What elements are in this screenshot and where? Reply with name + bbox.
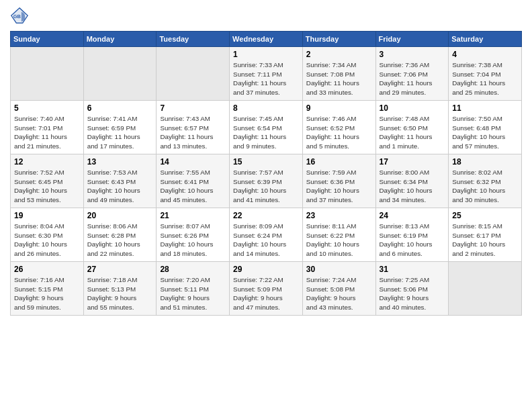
calendar-cell: 11Sunrise: 7:50 AM Sunset: 6:48 PM Dayli… (449, 101, 522, 154)
calendar-cell: 10Sunrise: 7:48 AM Sunset: 6:50 PM Dayli… (375, 101, 449, 154)
calendar-cell: 20Sunrise: 8:06 AM Sunset: 6:28 PM Dayli… (83, 208, 157, 262)
day-info: Sunrise: 7:22 AM Sunset: 5:09 PM Dayligh… (233, 275, 299, 312)
calendar-week-1: 1Sunrise: 7:33 AM Sunset: 7:11 PM Daylig… (11, 47, 522, 101)
day-number: 3 (380, 50, 445, 59)
day-info: Sunrise: 7:57 AM Sunset: 6:39 PM Dayligh… (233, 168, 299, 205)
day-number: 22 (233, 211, 299, 220)
day-info: Sunrise: 7:34 AM Sunset: 7:08 PM Dayligh… (306, 60, 372, 97)
calendar-cell: 16Sunrise: 7:59 AM Sunset: 6:36 PM Dayli… (302, 154, 375, 208)
day-number: 23 (306, 211, 372, 220)
calendar-cell: 9Sunrise: 7:46 AM Sunset: 6:52 PM Daylig… (302, 101, 375, 154)
calendar-cell: 24Sunrise: 8:13 AM Sunset: 6:19 PM Dayli… (375, 208, 449, 262)
calendar-cell: 12Sunrise: 7:52 AM Sunset: 6:45 PM Dayli… (11, 154, 84, 208)
calendar-cell: 25Sunrise: 8:15 AM Sunset: 6:17 PM Dayli… (449, 208, 522, 262)
day-number: 4 (452, 50, 518, 59)
calendar-cell: 8Sunrise: 7:45 AM Sunset: 6:54 PM Daylig… (230, 101, 303, 154)
page-header: GB (10, 7, 522, 26)
day-info: Sunrise: 7:45 AM Sunset: 6:54 PM Dayligh… (233, 114, 299, 151)
day-info: Sunrise: 7:43 AM Sunset: 6:57 PM Dayligh… (160, 114, 226, 151)
day-number: 9 (306, 103, 372, 113)
calendar-cell: 26Sunrise: 7:16 AM Sunset: 5:15 PM Dayli… (11, 262, 84, 316)
day-number: 29 (233, 265, 299, 274)
calendar-cell: 6Sunrise: 7:41 AM Sunset: 6:59 PM Daylig… (83, 101, 157, 154)
calendar-cell (11, 47, 84, 101)
day-info: Sunrise: 7:36 AM Sunset: 7:06 PM Dayligh… (380, 60, 445, 97)
calendar-cell: 31Sunrise: 7:25 AM Sunset: 5:06 PM Dayli… (375, 262, 449, 316)
day-info: Sunrise: 7:38 AM Sunset: 7:04 PM Dayligh… (452, 60, 518, 97)
calendar-cell: 28Sunrise: 7:20 AM Sunset: 5:11 PM Dayli… (157, 262, 230, 316)
calendar-cell: 2Sunrise: 7:34 AM Sunset: 7:08 PM Daylig… (302, 47, 375, 101)
calendar-week-5: 26Sunrise: 7:16 AM Sunset: 5:15 PM Dayli… (11, 262, 522, 316)
svg-text:GB: GB (13, 13, 21, 19)
day-number: 27 (87, 265, 153, 274)
calendar-week-2: 5Sunrise: 7:40 AM Sunset: 7:01 PM Daylig… (11, 101, 522, 154)
day-info: Sunrise: 7:16 AM Sunset: 5:15 PM Dayligh… (14, 275, 80, 312)
day-info: Sunrise: 8:13 AM Sunset: 6:19 PM Dayligh… (380, 222, 445, 259)
day-info: Sunrise: 7:52 AM Sunset: 6:45 PM Dayligh… (14, 168, 80, 205)
day-number: 11 (452, 103, 518, 113)
day-info: Sunrise: 7:41 AM Sunset: 6:59 PM Dayligh… (87, 114, 153, 151)
calendar-cell: 7Sunrise: 7:43 AM Sunset: 6:57 PM Daylig… (157, 101, 230, 154)
day-number: 26 (14, 265, 80, 274)
day-number: 21 (160, 211, 226, 220)
calendar-cell: 15Sunrise: 7:57 AM Sunset: 6:39 PM Dayli… (230, 154, 303, 208)
day-number: 12 (14, 157, 80, 167)
calendar-cell: 30Sunrise: 7:24 AM Sunset: 5:08 PM Dayli… (302, 262, 375, 316)
header-day-monday: Monday (83, 32, 157, 47)
day-number: 31 (380, 265, 445, 274)
calendar-cell: 4Sunrise: 7:38 AM Sunset: 7:04 PM Daylig… (449, 47, 522, 101)
header-day-sunday: Sunday (11, 32, 84, 47)
calendar-cell: 21Sunrise: 8:07 AM Sunset: 6:26 PM Dayli… (157, 208, 230, 262)
day-info: Sunrise: 8:02 AM Sunset: 6:32 PM Dayligh… (452, 168, 518, 205)
calendar-week-3: 12Sunrise: 7:52 AM Sunset: 6:45 PM Dayli… (11, 154, 522, 208)
header-day-friday: Friday (375, 32, 449, 47)
calendar-cell (157, 47, 230, 101)
day-number: 8 (233, 103, 299, 113)
logo-icon: GB (10, 7, 29, 26)
day-number: 20 (87, 211, 153, 220)
day-number: 25 (452, 211, 518, 220)
day-info: Sunrise: 8:15 AM Sunset: 6:17 PM Dayligh… (452, 222, 518, 259)
day-info: Sunrise: 8:04 AM Sunset: 6:30 PM Dayligh… (14, 222, 80, 259)
day-number: 7 (160, 103, 226, 113)
day-number: 17 (380, 157, 445, 167)
day-info: Sunrise: 8:07 AM Sunset: 6:26 PM Dayligh… (160, 222, 226, 259)
header-day-saturday: Saturday (449, 32, 522, 47)
calendar-cell: 5Sunrise: 7:40 AM Sunset: 7:01 PM Daylig… (11, 101, 84, 154)
day-info: Sunrise: 7:55 AM Sunset: 6:41 PM Dayligh… (160, 168, 226, 205)
day-info: Sunrise: 7:59 AM Sunset: 6:36 PM Dayligh… (306, 168, 372, 205)
calendar-cell: 14Sunrise: 7:55 AM Sunset: 6:41 PM Dayli… (157, 154, 230, 208)
calendar-cell: 23Sunrise: 8:11 AM Sunset: 6:22 PM Dayli… (302, 208, 375, 262)
day-info: Sunrise: 7:33 AM Sunset: 7:11 PM Dayligh… (233, 60, 299, 97)
calendar-cell: 1Sunrise: 7:33 AM Sunset: 7:11 PM Daylig… (230, 47, 303, 101)
calendar-cell: 22Sunrise: 8:09 AM Sunset: 6:24 PM Dayli… (230, 208, 303, 262)
day-info: Sunrise: 7:20 AM Sunset: 5:11 PM Dayligh… (160, 275, 226, 312)
header-day-wednesday: Wednesday (230, 32, 303, 47)
day-number: 10 (380, 103, 445, 113)
day-number: 15 (233, 157, 299, 167)
day-info: Sunrise: 7:46 AM Sunset: 6:52 PM Dayligh… (306, 114, 372, 151)
day-info: Sunrise: 7:24 AM Sunset: 5:08 PM Dayligh… (306, 275, 372, 312)
day-number: 24 (380, 211, 445, 220)
day-info: Sunrise: 8:09 AM Sunset: 6:24 PM Dayligh… (233, 222, 299, 259)
day-info: Sunrise: 7:48 AM Sunset: 6:50 PM Dayligh… (380, 114, 445, 151)
day-info: Sunrise: 7:18 AM Sunset: 5:13 PM Dayligh… (87, 275, 153, 312)
day-info: Sunrise: 7:25 AM Sunset: 5:06 PM Dayligh… (380, 275, 445, 312)
day-number: 28 (160, 265, 226, 274)
day-number: 6 (87, 103, 153, 113)
calendar-cell: 18Sunrise: 8:02 AM Sunset: 6:32 PM Dayli… (449, 154, 522, 208)
day-info: Sunrise: 8:06 AM Sunset: 6:28 PM Dayligh… (87, 222, 153, 259)
day-number: 30 (306, 265, 372, 274)
calendar-week-4: 19Sunrise: 8:04 AM Sunset: 6:30 PM Dayli… (11, 208, 522, 262)
calendar-cell: 19Sunrise: 8:04 AM Sunset: 6:30 PM Dayli… (11, 208, 84, 262)
day-info: Sunrise: 8:00 AM Sunset: 6:34 PM Dayligh… (380, 168, 445, 205)
day-number: 16 (306, 157, 372, 167)
calendar-table: SundayMondayTuesdayWednesdayThursdayFrid… (10, 31, 522, 316)
calendar-body: 1Sunrise: 7:33 AM Sunset: 7:11 PM Daylig… (11, 47, 522, 316)
header-day-thursday: Thursday (302, 32, 375, 47)
calendar-cell (449, 262, 522, 316)
day-number: 1 (233, 50, 299, 59)
logo: GB (10, 7, 32, 26)
day-info: Sunrise: 7:50 AM Sunset: 6:48 PM Dayligh… (452, 114, 518, 151)
calendar-cell: 13Sunrise: 7:53 AM Sunset: 6:43 PM Dayli… (83, 154, 157, 208)
